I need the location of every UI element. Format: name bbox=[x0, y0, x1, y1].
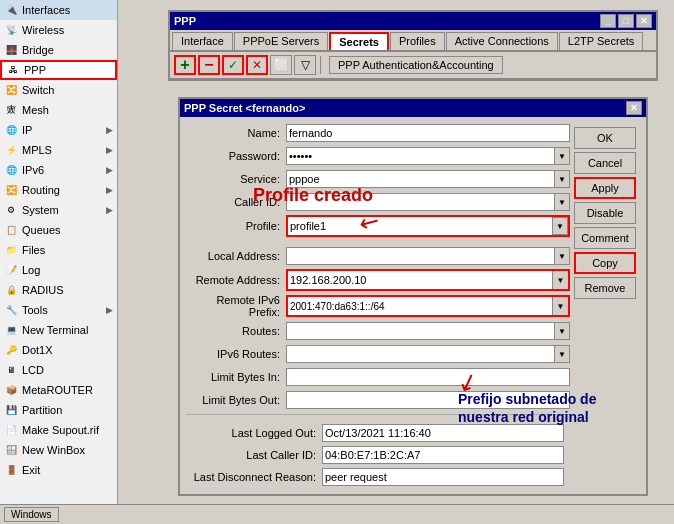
sidebar-item-system[interactable]: ⚙ System ▶ bbox=[0, 200, 117, 220]
enable-button[interactable]: ✓ bbox=[222, 55, 244, 75]
sidebar-label-ip: IP bbox=[22, 124, 32, 136]
ip-icon: 🌐 bbox=[4, 123, 18, 137]
remove-button-action[interactable]: Remove bbox=[574, 277, 636, 299]
tab-interface[interactable]: Interface bbox=[172, 32, 233, 50]
ipv6-arrow: ▶ bbox=[106, 165, 113, 175]
sidebar-label-queues: Queues bbox=[22, 224, 61, 236]
comment-button[interactable]: Comment bbox=[574, 227, 636, 249]
sidebar-item-routing[interactable]: 🔀 Routing ▶ bbox=[0, 180, 117, 200]
ipv6-routes-input[interactable] bbox=[286, 345, 554, 363]
tab-pppoe-servers[interactable]: PPPoE Servers bbox=[234, 32, 328, 50]
service-row: Service: ▼ bbox=[186, 169, 570, 189]
sidebar-item-wireless[interactable]: 📡 Wireless bbox=[0, 20, 117, 40]
name-input[interactable] bbox=[286, 124, 570, 142]
sidebar-item-bridge[interactable]: 🌉 Bridge bbox=[0, 40, 117, 60]
caller-id-arrow-btn[interactable]: ▼ bbox=[554, 193, 570, 211]
cancel-button[interactable]: Cancel bbox=[574, 152, 636, 174]
password-input[interactable] bbox=[286, 147, 554, 165]
new-terminal-icon: 💻 bbox=[4, 323, 18, 337]
tools-arrow: ▶ bbox=[106, 305, 113, 315]
interfaces-icon: 🔌 bbox=[4, 3, 18, 17]
password-label: Password: bbox=[186, 150, 286, 162]
sidebar-item-exit[interactable]: 🚪 Exit bbox=[0, 460, 117, 480]
service-arrow-btn[interactable]: ▼ bbox=[554, 170, 570, 188]
profile-arrow-btn[interactable]: ▼ bbox=[552, 217, 568, 235]
password-arrow-btn[interactable]: ▼ bbox=[554, 147, 570, 165]
sidebar-item-mpls[interactable]: ⚡ MPLS ▶ bbox=[0, 140, 117, 160]
local-address-input[interactable] bbox=[286, 247, 554, 265]
limit-bytes-out-input[interactable] bbox=[286, 391, 570, 409]
sidebar-item-mesh[interactable]: 🕸 Mesh bbox=[0, 100, 117, 120]
remote-address-arrow-btn[interactable]: ▼ bbox=[552, 271, 568, 289]
caller-id-input[interactable] bbox=[286, 193, 554, 211]
copy-button-action[interactable]: Copy bbox=[574, 252, 636, 274]
secret-window: PPP Secret <fernando> ✕ Name: Password: bbox=[178, 97, 648, 496]
apply-button[interactable]: Apply bbox=[574, 177, 636, 199]
sidebar-item-ip[interactable]: 🌐 IP ▶ bbox=[0, 120, 117, 140]
copy-button[interactable]: ⬜ bbox=[270, 55, 292, 75]
remote-address-input[interactable] bbox=[288, 271, 552, 289]
tab-active-connections[interactable]: Active Connections bbox=[446, 32, 558, 50]
sidebar-item-dot1x[interactable]: 🔑 Dot1X bbox=[0, 340, 117, 360]
wireless-icon: 📡 bbox=[4, 23, 18, 37]
sidebar-label-new-terminal: New Terminal bbox=[22, 324, 88, 336]
name-label: Name: bbox=[186, 127, 286, 139]
sidebar-item-make-supout[interactable]: 📄 Make Supout.rif bbox=[0, 420, 117, 440]
sidebar-item-tools[interactable]: 🔧 Tools ▶ bbox=[0, 300, 117, 320]
routing-arrow: ▶ bbox=[106, 185, 113, 195]
add-button[interactable]: + bbox=[174, 55, 196, 75]
ip-arrow: ▶ bbox=[106, 125, 113, 135]
remote-ipv6-input[interactable] bbox=[288, 297, 552, 315]
ppp-title-bar: PPP _ □ ✕ bbox=[170, 12, 656, 30]
minimize-button[interactable]: _ bbox=[600, 14, 616, 28]
sidebar-item-new-winbox[interactable]: 🪟 New WinBox bbox=[0, 440, 117, 460]
sidebar-label-ppp: PPP bbox=[24, 64, 46, 76]
sidebar-label-radius: RADIUS bbox=[22, 284, 64, 296]
local-address-arrow-btn[interactable]: ▼ bbox=[554, 247, 570, 265]
disable-button[interactable]: ✕ bbox=[246, 55, 268, 75]
files-icon: 📁 bbox=[4, 243, 18, 257]
sidebar-item-log[interactable]: 📝 Log bbox=[0, 260, 117, 280]
tab-l2tp-secrets[interactable]: L2TP Secrets bbox=[559, 32, 643, 50]
remove-button[interactable]: − bbox=[198, 55, 220, 75]
sidebar-item-files[interactable]: 📁 Files bbox=[0, 240, 117, 260]
last-disconnect-row: Last Disconnect Reason: peer request bbox=[186, 466, 570, 488]
routes-input[interactable] bbox=[286, 322, 554, 340]
routes-arrow-btn[interactable]: ▼ bbox=[554, 322, 570, 340]
tab-profiles[interactable]: Profiles bbox=[390, 32, 445, 50]
limit-bytes-in-input[interactable] bbox=[286, 368, 570, 386]
main-content: PPP _ □ ✕ Interface PPPoE Servers Secret… bbox=[118, 0, 674, 524]
sidebar-item-partition[interactable]: 💾 Partition bbox=[0, 400, 117, 420]
sidebar-item-interfaces[interactable]: 🔌 Interfaces bbox=[0, 0, 117, 20]
profile-input[interactable] bbox=[288, 217, 552, 235]
auth-accounting-button[interactable]: PPP Authentication&Accounting bbox=[329, 56, 503, 74]
sidebar-label-new-winbox: New WinBox bbox=[22, 444, 85, 456]
disable-button-action[interactable]: Disable bbox=[574, 202, 636, 224]
ipv6-routes-arrow-btn[interactable]: ▼ bbox=[554, 345, 570, 363]
sidebar-label-metarouter: MetaROUTER bbox=[22, 384, 93, 396]
maximize-button[interactable]: □ bbox=[618, 14, 634, 28]
remote-ipv6-arrow-btn[interactable]: ▼ bbox=[552, 297, 568, 315]
sidebar-item-lcd[interactable]: 🖥 LCD bbox=[0, 360, 117, 380]
sidebar-item-ipv6[interactable]: 🌐 IPv6 ▶ bbox=[0, 160, 117, 180]
ppp-window-controls: _ □ ✕ bbox=[600, 14, 652, 28]
ppp-toolbar: + − ✓ ✕ ⬜ ▽ PPP Authentication&Accountin… bbox=[170, 52, 656, 79]
sidebar-item-new-terminal[interactable]: 💻 New Terminal bbox=[0, 320, 117, 340]
sidebar-item-switch[interactable]: 🔀 Switch bbox=[0, 80, 117, 100]
taskbar-windows-button[interactable]: Windows bbox=[4, 507, 59, 522]
password-row: Password: ▼ bbox=[186, 146, 570, 166]
sidebar-item-ppp[interactable]: 🖧 PPP bbox=[0, 60, 117, 80]
secret-close-button[interactable]: ✕ bbox=[626, 101, 642, 115]
sidebar-item-radius[interactable]: 🔒 RADIUS bbox=[0, 280, 117, 300]
ok-button[interactable]: OK bbox=[574, 127, 636, 149]
sidebar-label-lcd: LCD bbox=[22, 364, 44, 376]
service-input[interactable] bbox=[286, 170, 554, 188]
sidebar-item-metarouter[interactable]: 📦 MetaROUTER bbox=[0, 380, 117, 400]
tools-icon: 🔧 bbox=[4, 303, 18, 317]
action-buttons: OK Cancel Apply Disable Comment Copy Rem… bbox=[570, 123, 640, 488]
tab-secrets[interactable]: Secrets bbox=[329, 32, 389, 50]
ppp-tabs: Interface PPPoE Servers Secrets Profiles… bbox=[170, 30, 656, 52]
filter-button[interactable]: ▽ bbox=[294, 55, 316, 75]
close-button[interactable]: ✕ bbox=[636, 14, 652, 28]
sidebar-item-queues[interactable]: 📋 Queues bbox=[0, 220, 117, 240]
